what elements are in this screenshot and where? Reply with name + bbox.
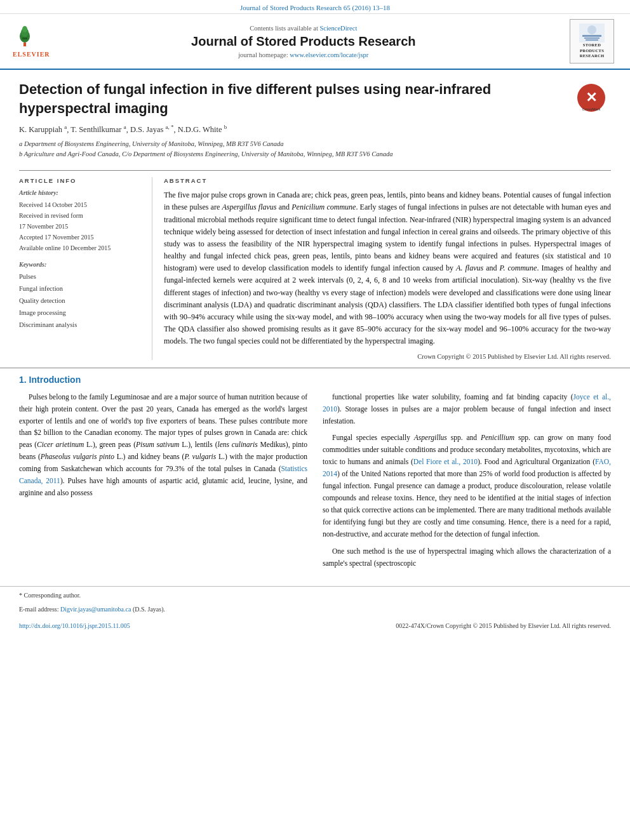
keyword-discriminant: Discriminant analysis xyxy=(19,319,140,331)
svg-point-4 xyxy=(22,26,27,32)
corresponding-label: * Corresponding author. xyxy=(19,592,81,599)
species-pisum: Pisum sativum xyxy=(136,441,179,448)
elsevier-logo-block: ELSEVIER xyxy=(13,25,50,58)
svg-rect-8 xyxy=(584,37,600,39)
affiliation-a: a Department of Biosystems Engineering, … xyxy=(19,139,611,150)
article-info-abstract-wrapper: ARTICLE INFO Article history: Received 1… xyxy=(19,170,611,359)
author-sup-a1: a xyxy=(64,124,67,130)
keyword-image: Image processing xyxy=(19,307,140,319)
affiliation-b: b Agriculture and Agri-Food Canada, C/o … xyxy=(19,149,611,160)
email-note: E-mail address: Digvir.jayas@umanitoba.c… xyxy=(19,604,611,615)
bottom-bar: http://dx.doi.org/10.1016/j.jspr.2015.11… xyxy=(0,620,630,632)
svg-rect-2 xyxy=(22,37,27,39)
species-phaseolus: Phaseolus vulgaris pinto xyxy=(41,453,114,460)
journal-header: ELSEVIER Contents lists available at Sci… xyxy=(0,14,630,70)
article-history-label: Article history: xyxy=(19,189,140,196)
section-title: 1. Introduction xyxy=(19,375,611,385)
intro-para-1: Pulses belong to the family Leguminosae … xyxy=(19,391,307,500)
abstract-aspergillus: Aspergillus flavus xyxy=(222,203,276,211)
introduction-section: 1. Introduction Pulses belong to the fam… xyxy=(0,368,630,575)
doi-link[interactable]: http://dx.doi.org/10.1016/j.jspr.2015.11… xyxy=(19,622,130,629)
journal-logo-right: STOREDPRODUCTSRESEARCH xyxy=(570,19,617,63)
elsevier-name: ELSEVIER xyxy=(13,51,50,58)
abstract-label: ABSTRACT xyxy=(164,177,611,184)
logo-title: STOREDPRODUCTSRESEARCH xyxy=(580,43,605,58)
article-title: Detection of fungal infection in five di… xyxy=(19,80,546,117)
sciencedirect-link[interactable]: ScienceDirect xyxy=(319,25,357,32)
article-info-column: ARTICLE INFO Article history: Received 1… xyxy=(19,177,152,359)
species-pvulgaris: P. vulgaris xyxy=(184,453,216,460)
crossmark-icon-wrapper[interactable]: ✕ CrossMark xyxy=(576,83,611,116)
author-senthilkumar: T. Senthilkumar xyxy=(70,126,121,135)
species-cicer: Cicer arietinum xyxy=(37,441,84,448)
available-date: Available online 10 December 2015 xyxy=(19,243,140,253)
species-lens: lens culinaris xyxy=(217,441,257,448)
author-jayas: D.S. Jayas xyxy=(130,126,163,135)
species-aspergillus: Aspergillus xyxy=(414,434,447,441)
footnote-section: * Corresponding author. E-mail address: … xyxy=(0,586,630,615)
authors-line: K. Karuppiah a, T. Senthilkumar a, D.S. … xyxy=(19,124,611,135)
keyword-fungal: Fungal infection xyxy=(19,283,140,295)
accepted-date: Accepted 17 November 2015 xyxy=(19,232,140,243)
species-penicillium: Penicillium xyxy=(481,434,514,441)
journal-title: Journal of Stored Products Research xyxy=(50,34,557,49)
author-sup-a3: a, * xyxy=(165,124,173,130)
sciencedirect-line: Contents lists available at ScienceDirec… xyxy=(50,25,557,32)
elsevier-tree-icon xyxy=(13,25,37,49)
ref-joyce[interactable]: Joyce et al., 2010 xyxy=(323,393,611,413)
intro-right-col: functional properties like water solubil… xyxy=(323,391,611,575)
ref-stats-canada[interactable]: Statistics Canada, 2011 xyxy=(19,465,307,484)
intro-right-para-3: One such method is the use of hyperspect… xyxy=(323,545,611,570)
keywords-label: Keywords: xyxy=(19,261,140,268)
keywords-section: Keywords: Pulses Fungal infection Qualit… xyxy=(19,261,140,331)
homepage-link[interactable]: www.elsevier.com/locate/jspr xyxy=(290,51,368,58)
sciencedirect-prefix: Contents lists available at xyxy=(250,25,319,32)
author-white: N.D.G. White xyxy=(178,126,222,135)
journal-logo-image xyxy=(579,23,605,43)
abstract-p-commune: P. commune xyxy=(500,263,537,272)
received-revised-date: 17 November 2015 xyxy=(19,221,140,232)
svg-text:CrossMark: CrossMark xyxy=(582,107,601,111)
issn-copyright: 0022-474X/Crown Copyright © 2015 Publish… xyxy=(396,622,611,629)
author-karuppiah: K. Karuppiah xyxy=(19,126,62,135)
abstract-column: ABSTRACT The five major pulse crops grow… xyxy=(152,177,611,359)
corresponding-author-note: * Corresponding author. xyxy=(19,590,611,601)
keyword-pulses: Pulses xyxy=(19,271,140,283)
top-citation-text: Journal of Stored Products Research 65 (… xyxy=(240,4,390,11)
abstract-a-flavus: A. flavus xyxy=(456,263,483,272)
homepage-prefix: journal homepage: xyxy=(238,51,290,58)
article-info-label: ARTICLE INFO xyxy=(19,177,140,184)
email-person: (D.S. Jayas). xyxy=(133,606,165,613)
journal-homepage-line: journal homepage: www.elsevier.com/locat… xyxy=(50,51,557,58)
abstract-text: The five major pulse crops grown in Cana… xyxy=(164,189,611,347)
article-section: Detection of fungal infection in five di… xyxy=(0,70,630,360)
svg-rect-0 xyxy=(23,43,26,46)
title-crossmark-wrapper: Detection of fungal infection in five di… xyxy=(19,80,611,117)
email-link[interactable]: Digvir.jayas@umanitoba.ca xyxy=(60,606,131,613)
crossmark-svg: ✕ CrossMark xyxy=(576,83,607,113)
abstract-penicilium: Penicilium commune xyxy=(292,203,356,211)
journal-center-info: Contents lists available at ScienceDirec… xyxy=(50,25,557,58)
page: Journal of Stored Products Research 65 (… xyxy=(0,0,630,840)
intro-right-para-1: functional properties like water solubil… xyxy=(323,391,611,427)
affiliations: a Department of Biosystems Engineering, … xyxy=(19,139,611,161)
section-name: Introduction xyxy=(29,375,81,385)
svg-point-6 xyxy=(587,25,596,34)
copyright-line: Crown Copyright © 2015 Published by Else… xyxy=(164,353,611,360)
received-revised-label: Received in revised form xyxy=(19,210,140,221)
svg-rect-9 xyxy=(586,39,598,41)
svg-rect-7 xyxy=(582,35,601,37)
ref-del-fiore[interactable]: Del Fiore et al., 2010 xyxy=(413,458,478,465)
email-prefix: E-mail address: xyxy=(19,606,60,613)
author-sup-a2: a xyxy=(124,124,126,130)
section-number: 1. xyxy=(19,375,27,385)
author-sup-b: b xyxy=(224,124,227,130)
intro-two-col: Pulses belong to the family Leguminosae … xyxy=(19,391,611,575)
keyword-quality: Quality detection xyxy=(19,295,140,307)
svg-text:✕: ✕ xyxy=(586,90,597,105)
intro-right-para-2: Fungal species especially Aspergillus sp… xyxy=(323,432,611,540)
journal-logo-box: STOREDPRODUCTSRESEARCH xyxy=(570,19,614,63)
intro-left-col: Pulses belong to the family Leguminosae … xyxy=(19,391,307,575)
top-citation-bar: Journal of Stored Products Research 65 (… xyxy=(0,0,630,14)
received-date: Received 14 October 2015 xyxy=(19,199,140,210)
